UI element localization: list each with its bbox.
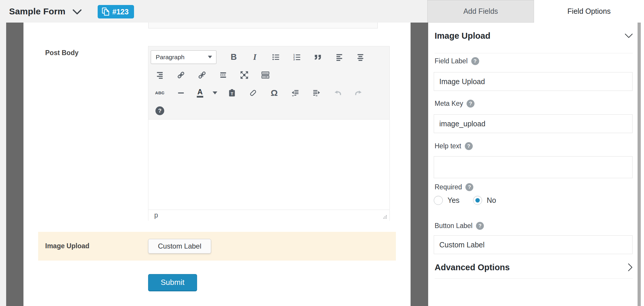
form-title-dropdown[interactable]: Sample Form xyxy=(9,0,82,23)
redo-button[interactable] xyxy=(350,86,368,100)
italic-button[interactable]: I xyxy=(245,50,265,64)
builder-gutter-right xyxy=(411,23,428,306)
entry-badge-label: #123 xyxy=(112,8,129,16)
align-left-button[interactable] xyxy=(330,50,349,64)
help-icon[interactable]: ? xyxy=(476,222,484,230)
field-label-label: Field Label ? xyxy=(435,57,479,65)
advanced-options-title: Advanced Options xyxy=(435,263,510,272)
align-center-button[interactable] xyxy=(351,50,370,64)
paragraph-format-dropdown[interactable]: Paragraph xyxy=(151,50,216,64)
entry-count-badge[interactable]: #123 xyxy=(98,5,134,18)
tab-field-options[interactable]: Field Options xyxy=(534,0,644,23)
bullet-list-icon xyxy=(272,53,280,61)
required-yes-radio[interactable] xyxy=(434,196,443,205)
button-label-input[interactable] xyxy=(434,235,633,254)
required-radio-group: Yes No xyxy=(434,196,496,205)
field-label-text: Field Label xyxy=(435,57,468,65)
help-icon[interactable]: ? xyxy=(467,100,474,108)
image-upload-custom-label-button[interactable]: Custom Label xyxy=(148,239,211,254)
button-label-label: Button Label ? xyxy=(435,222,484,230)
tab-add-fields[interactable]: Add Fields xyxy=(427,0,534,23)
tab-add-fields-label: Add Fields xyxy=(463,7,498,16)
editor-help-button[interactable]: ? xyxy=(151,104,169,118)
italic-icon: I xyxy=(253,52,256,62)
text-color-caret-icon xyxy=(213,91,217,94)
fullscreen-icon xyxy=(240,71,249,79)
meta-key-text: Meta Key xyxy=(435,100,463,108)
outdent-button[interactable] xyxy=(286,86,304,100)
meta-key-input[interactable] xyxy=(434,114,633,133)
form-title: Sample Form xyxy=(9,6,65,16)
horizontal-rule-icon xyxy=(177,89,185,97)
required-yes-label[interactable]: Yes xyxy=(448,196,460,205)
numbered-list-icon: 1 2 3 xyxy=(293,53,301,61)
chevron-right-icon xyxy=(628,263,633,271)
special-character-button[interactable]: Ω xyxy=(265,86,283,100)
horizontal-rule-button[interactable] xyxy=(172,86,190,100)
resize-grip-icon[interactable] xyxy=(383,215,387,219)
align-right-button[interactable] xyxy=(151,68,169,82)
builder-gutter-left xyxy=(6,23,23,306)
help-icon[interactable]: ? xyxy=(471,57,479,65)
bold-button[interactable]: B xyxy=(224,50,243,64)
help-text-text: Help text xyxy=(435,142,461,150)
outdent-icon xyxy=(291,89,299,97)
text-color-picker-button[interactable] xyxy=(210,86,220,100)
help-icon[interactable]: ? xyxy=(465,183,473,191)
entries-pages-icon xyxy=(101,7,110,16)
toolbar-toggle-button[interactable] xyxy=(256,68,274,82)
redo-icon xyxy=(354,88,363,98)
divider xyxy=(435,53,633,53)
text-color-button[interactable]: A xyxy=(193,86,207,100)
image-upload-field-label: Image Upload xyxy=(45,242,89,250)
align-left-icon xyxy=(335,53,343,61)
paste-as-text-icon: T xyxy=(228,89,236,97)
editor-content-area[interactable] xyxy=(148,119,389,210)
required-label: Required ? xyxy=(435,183,473,191)
field-options-section-header[interactable]: Image Upload xyxy=(435,29,633,42)
help-icon: ? xyxy=(155,106,164,115)
required-no-label[interactable]: No xyxy=(487,196,496,205)
special-character-icon: Ω xyxy=(271,88,278,98)
post-body-field-label: Post Body xyxy=(45,49,79,57)
editor-status-bar: p xyxy=(148,210,389,221)
image-upload-field-row[interactable]: Image Upload Custom Label xyxy=(38,232,396,261)
align-center-icon xyxy=(356,53,365,61)
clear-formatting-icon xyxy=(249,89,257,97)
field-label-input[interactable] xyxy=(434,72,633,91)
blockquote-button[interactable] xyxy=(309,50,328,64)
section-title: Image Upload xyxy=(435,31,490,41)
required-text: Required xyxy=(435,183,462,191)
submit-button[interactable]: Submit xyxy=(148,274,197,291)
divider xyxy=(435,278,633,279)
sidebar-scrollbar[interactable] xyxy=(638,23,641,306)
indent-button[interactable] xyxy=(307,86,326,100)
indent-icon xyxy=(312,89,321,97)
undo-button[interactable] xyxy=(328,86,347,100)
clear-formatting-button[interactable] xyxy=(244,86,262,100)
element-path: p xyxy=(154,211,158,219)
svg-text:T: T xyxy=(231,91,233,96)
unlink-icon xyxy=(198,71,206,79)
advanced-options-header[interactable]: Advanced Options xyxy=(435,261,633,273)
help-text-label: Help text ? xyxy=(435,142,473,150)
bullet-list-button[interactable] xyxy=(266,50,286,64)
blockquote-icon xyxy=(314,53,323,62)
svg-text:3: 3 xyxy=(293,58,295,61)
help-icon[interactable]: ? xyxy=(465,142,473,150)
required-no-radio[interactable] xyxy=(473,196,482,205)
read-more-icon xyxy=(219,71,227,79)
chevron-down-icon xyxy=(208,56,212,58)
chevron-down-icon xyxy=(625,33,633,38)
link-icon xyxy=(177,71,185,79)
remove-link-button[interactable] xyxy=(193,68,211,82)
help-text-input[interactable] xyxy=(434,156,633,178)
paste-as-text-button[interactable]: T xyxy=(223,86,241,100)
previous-field-input-partial[interactable] xyxy=(148,23,378,28)
paragraph-dropdown-value: Paragraph xyxy=(156,54,184,61)
strikethrough-button[interactable]: ABC xyxy=(151,86,169,100)
insert-link-button[interactable] xyxy=(172,68,190,82)
numbered-list-button[interactable]: 1 2 3 xyxy=(287,50,307,64)
read-more-tag-button[interactable] xyxy=(214,68,232,82)
fullscreen-button[interactable] xyxy=(235,68,253,82)
